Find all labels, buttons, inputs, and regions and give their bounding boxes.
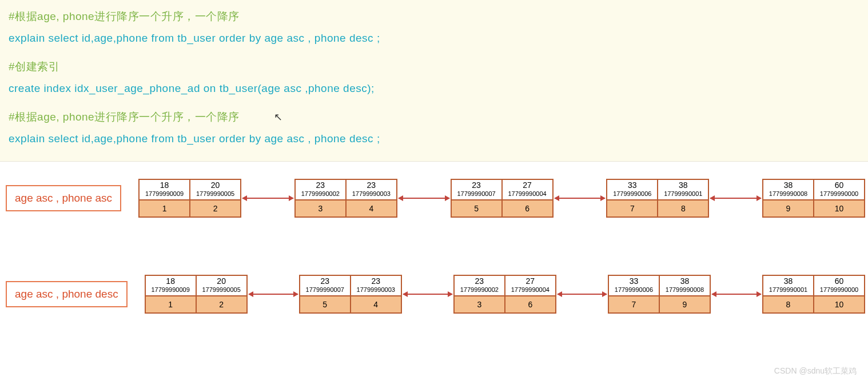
link-arrow (249, 294, 298, 295)
cell-key: 3817799990001 (658, 179, 709, 200)
link-arrow (399, 198, 449, 199)
leaf-node: 2317799990002327177999900046 (453, 275, 556, 314)
index-cell: 23177999900075 (299, 275, 351, 314)
leaf-node: 1817799990009120177999900052 (138, 179, 241, 218)
link-arrow (555, 198, 606, 199)
cell-key: 1817799990009 (145, 275, 196, 296)
cell-key: 3817799990001 (762, 275, 814, 296)
cell-key: 2017799990005 (190, 179, 241, 200)
index-cell: 23177999900075 (451, 179, 502, 218)
index-cell: 38177999900089 (659, 275, 711, 314)
cell-id: 2 (196, 296, 248, 314)
index-cell: 601779999000010 (814, 179, 865, 218)
cell-key: 3817799990008 (659, 275, 711, 296)
cell-key: 2317799990007 (299, 275, 351, 296)
index-row-asc: age asc , phone asc 18177999900091201779… (3, 179, 865, 218)
cell-id: 4 (346, 200, 397, 218)
cell-key: 1817799990009 (138, 179, 190, 200)
index-cell: 38177999900089 (762, 179, 814, 218)
leaf-node: 2317799990002323177999900034 (294, 179, 397, 218)
link-arrow (558, 294, 607, 295)
sql-line-3: explain select id,age,phone from tb_user… (9, 128, 859, 150)
index-cell: 23177999900034 (351, 275, 402, 314)
cell-id: 1 (145, 296, 196, 314)
link-arrow (242, 198, 293, 199)
cell-id: 9 (659, 296, 711, 314)
cell-id: 8 (658, 200, 709, 218)
cell-id: 4 (351, 296, 402, 314)
link-arrow (710, 198, 761, 199)
index-cell: 23177999900034 (346, 179, 397, 218)
leaf-node: 38177999900018601779999000010 (762, 275, 865, 314)
sql-line-1: explain select id,age,phone from tb_user… (9, 27, 859, 49)
cell-key: 2317799990003 (346, 179, 397, 200)
cell-key: 2317799990003 (351, 275, 402, 296)
index-row-desc: age asc , phone desc 1817799990009120177… (3, 275, 865, 314)
leaf-node: 2317799990007523177999900034 (299, 275, 402, 314)
cell-id: 7 (606, 200, 658, 218)
link-arrow (403, 294, 452, 295)
row-label-asc: age asc , phone asc (6, 185, 121, 211)
code-block: #根据age, phone进行降序一个升序，一个降序 explain selec… (0, 0, 868, 162)
cell-key: 2017799990005 (196, 275, 248, 296)
cell-key: 2717799990004 (502, 179, 554, 200)
sql-line-2: create index idx_user_age_phone_ad on tb… (9, 78, 859, 99)
leaf-node: 3317799990006738177999900089 (608, 275, 711, 314)
cell-key: 3817799990008 (762, 179, 814, 200)
diagram-area: age asc , phone asc 18177999900091201779… (0, 162, 868, 314)
cell-key: 2717799990004 (505, 275, 556, 296)
cell-id: 9 (762, 200, 814, 218)
comment-line-2: #创建索引 (9, 56, 859, 78)
leaf-node: 2317799990007527177999900046 (451, 179, 554, 218)
cell-key: 3317799990006 (606, 179, 658, 200)
index-cell: 20177999900052 (196, 275, 248, 314)
index-cell: 23177999900023 (453, 275, 505, 314)
cell-id: 5 (299, 296, 351, 314)
nodes-container: 1817799990009120177999900052231779999000… (138, 179, 865, 218)
leaf-node: 1817799990009120177999900052 (145, 275, 248, 314)
index-cell: 33177999900067 (606, 179, 658, 218)
cell-id: 3 (294, 200, 346, 218)
nodes-container: 1817799990009120177999900052231779999000… (145, 275, 865, 314)
cell-key: 6017799990000 (814, 179, 865, 200)
cell-id: 7 (608, 296, 659, 314)
index-cell: 27177999900046 (505, 275, 556, 314)
cell-id: 3 (453, 296, 505, 314)
cursor-icon: ↖ (274, 106, 283, 128)
cell-id: 1 (138, 200, 190, 218)
cell-id: 10 (814, 200, 865, 218)
comment-line-1: #根据age, phone进行降序一个升序，一个降序 (9, 6, 859, 27)
index-cell: 27177999900046 (502, 179, 554, 218)
cell-id: 5 (451, 200, 502, 218)
cell-key: 2317799990002 (294, 179, 346, 200)
index-cell: 601779999000010 (814, 275, 865, 314)
comment-line-3: #根据age, phone进行降序一个升序，一个降序↖ (9, 106, 859, 128)
index-cell: 18177999900091 (145, 275, 196, 314)
cell-key: 2317799990007 (451, 179, 502, 200)
row-label-desc: age asc , phone desc (6, 281, 128, 307)
cell-id: 8 (762, 296, 814, 314)
index-cell: 18177999900091 (138, 179, 190, 218)
cell-id: 6 (505, 296, 556, 314)
cell-id: 10 (814, 296, 865, 314)
index-cell: 38177999900018 (762, 275, 814, 314)
cell-id: 6 (502, 200, 554, 218)
leaf-node: 3317799990006738177999900018 (606, 179, 709, 218)
index-cell: 38177999900018 (658, 179, 709, 218)
cell-key: 6017799990000 (814, 275, 865, 296)
cell-key: 2317799990002 (453, 275, 505, 296)
link-arrow (712, 294, 761, 295)
index-cell: 20177999900052 (190, 179, 241, 218)
cell-id: 2 (190, 200, 241, 218)
leaf-node: 38177999900089601779999000010 (762, 179, 865, 218)
index-cell: 33177999900067 (608, 275, 659, 314)
cell-key: 3317799990006 (608, 275, 659, 296)
index-cell: 23177999900023 (294, 179, 346, 218)
